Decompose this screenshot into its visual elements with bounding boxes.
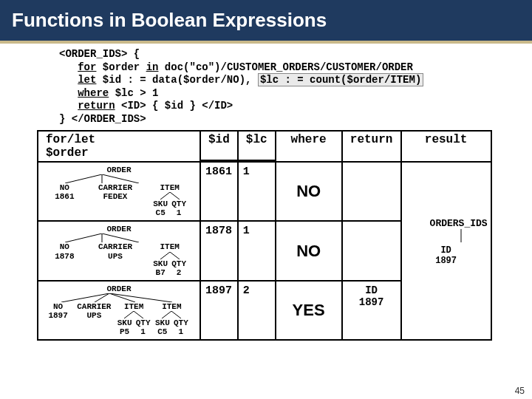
- evaluation-table: for/let $order $id $lc where return resu…: [37, 130, 517, 341]
- cell-id: 1897: [200, 281, 238, 340]
- cell-lc: 2: [238, 281, 276, 340]
- col-header-lc: $lc: [238, 131, 276, 160]
- svg-line-16: [134, 311, 143, 318]
- svg-line-3: [160, 192, 170, 200]
- col-header-where: where: [276, 131, 342, 162]
- svg-line-14: [109, 293, 172, 302]
- cell-return: [342, 162, 401, 221]
- cell-lc: 1: [238, 221, 276, 280]
- col-header-forlet: for/let $order: [38, 131, 200, 162]
- order-tree: ORDER NO1897 CARRIERUPS ITEM SKUP5 QTY1: [43, 284, 195, 336]
- col-header-result: result: [401, 131, 491, 162]
- slide-body: <ORDER_IDS> { for $order in doc("co")/CU…: [0, 44, 532, 341]
- code-line: <ORDER_IDS> {: [59, 48, 140, 60]
- cell-return: ID 1897: [342, 281, 401, 340]
- cell-where: NO: [276, 221, 342, 280]
- slide-title: Functions in Boolean Expressions: [0, 0, 532, 44]
- cell-result: ORDERS_IDS ID 1897: [401, 162, 491, 340]
- cell-id: 1878: [200, 221, 238, 280]
- svg-line-0: [65, 174, 102, 183]
- highlighted-code: $lc : = count($order/ITEM): [258, 73, 423, 86]
- svg-line-17: [162, 311, 171, 318]
- cell-return: [342, 221, 401, 280]
- svg-line-4: [170, 192, 180, 200]
- svg-line-8: [102, 233, 139, 242]
- svg-line-10: [170, 252, 180, 259]
- page-number: 45: [515, 386, 525, 396]
- cell-where: YES: [276, 281, 342, 340]
- result-root: ORDERS_IDS: [402, 218, 491, 229]
- svg-line-18: [171, 311, 181, 318]
- order-tree: ORDER NO1861 CARRIERFEDEX ITEM SKUC5 QTY…: [43, 166, 195, 217]
- svg-line-2: [102, 174, 139, 183]
- col-header-id: $id: [200, 131, 238, 160]
- cell-where: NO: [276, 162, 342, 221]
- cell-lc: 1: [238, 162, 276, 221]
- cell-id: 1861: [200, 162, 238, 221]
- table-row: ORDER NO1861 CARRIERFEDEX ITEM SKUC5 QTY…: [38, 162, 491, 221]
- svg-line-13: [109, 293, 135, 302]
- svg-line-15: [124, 311, 134, 318]
- svg-line-6: [65, 233, 102, 242]
- code-block: <ORDER_IDS> { for $order in doc("co")/CU…: [59, 48, 517, 126]
- col-header-return: return: [342, 131, 401, 162]
- order-tree: ORDER NO1878 CARRIERUPS ITEM SKUB7 QTY2: [43, 225, 195, 276]
- svg-line-9: [160, 252, 170, 259]
